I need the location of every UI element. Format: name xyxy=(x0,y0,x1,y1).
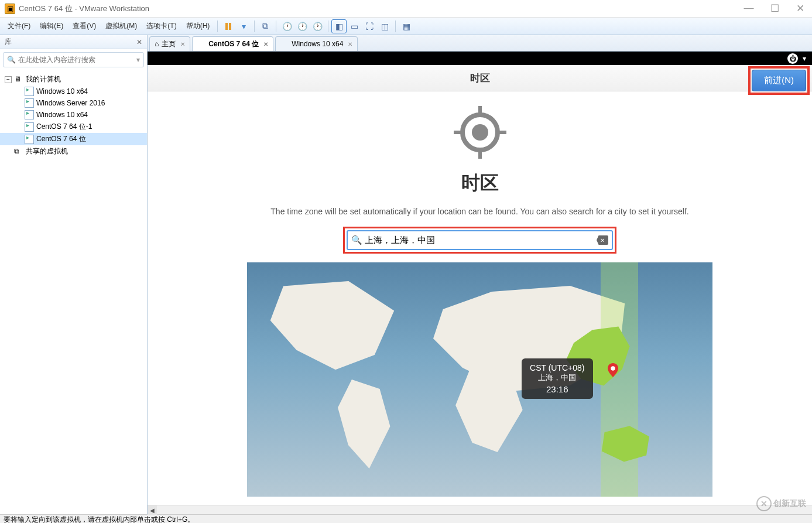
tree-item-vm[interactable]: Windows 10 x64 xyxy=(0,86,147,97)
window-title: CentOS 7 64 位 - VMware Workstation xyxy=(19,4,742,14)
tab-close-icon[interactable]: ✕ xyxy=(180,41,185,47)
tab-label: CentOS 7 64 位 xyxy=(208,39,259,49)
menubar: 文件(F) 编辑(E) 查看(V) 虚拟机(M) 选项卡(T) 帮助(H) ▾ … xyxy=(0,18,812,35)
vm-icon xyxy=(25,122,34,132)
minimize-button[interactable]: — xyxy=(742,2,756,15)
sidebar-search-input[interactable] xyxy=(18,56,136,64)
highlight-annotation: 前进(N) xyxy=(748,66,810,95)
search-icon: 🔍 xyxy=(351,235,362,245)
tab-label: Windows 10 x64 xyxy=(292,40,343,48)
world-map[interactable]: CST (UTC+08) 上海，中国 23:16 xyxy=(247,262,712,497)
menu-help[interactable]: 帮助(H) xyxy=(181,19,215,33)
gnome-header-title: 时区 xyxy=(470,71,490,85)
window-controls: — ☐ ✕ xyxy=(742,2,807,15)
tree-item-vm-selected[interactable]: CentOS 7 64 位 xyxy=(0,133,147,145)
tree-item-vm[interactable]: CentOS 7 64 位-1 xyxy=(0,121,147,133)
snapshot-revert-button[interactable]: 🕐 xyxy=(294,19,310,33)
sidebar-header: 库 ✕ xyxy=(0,35,147,49)
gnome-topbar: ⏻ ▾ xyxy=(148,52,812,65)
view-unity-button[interactable]: ◫ xyxy=(377,19,392,33)
search-dropdown-icon[interactable]: ▾ xyxy=(136,56,140,64)
tree-item-label: Windows 10 x64 xyxy=(36,111,88,119)
menu-tabs[interactable]: 选项卡(T) xyxy=(142,19,181,33)
vm-icon xyxy=(280,40,289,48)
search-icon: 🔍 xyxy=(7,56,16,64)
pause-button[interactable] xyxy=(221,19,236,33)
tooltip-tz: CST (UTC+08) xyxy=(530,363,584,372)
send-ctrl-alt-del-button[interactable]: ⧉ xyxy=(258,19,273,33)
maximize-button[interactable]: ☐ xyxy=(768,2,782,15)
sidebar-search[interactable]: 🔍 ▾ xyxy=(3,52,144,67)
shared-icon: ⧉ xyxy=(14,147,23,156)
tab-close-icon[interactable]: ✕ xyxy=(348,41,352,47)
vm-icon xyxy=(25,87,34,96)
tab-windows[interactable]: Windows 10 x64 ✕ xyxy=(275,36,358,51)
tab-label: 主页 xyxy=(162,39,176,49)
collapse-icon[interactable]: − xyxy=(5,76,12,83)
view-thumbnails-button[interactable]: ▦ xyxy=(399,19,414,33)
vm-icon xyxy=(25,110,34,119)
status-text: 要将输入定向到该虚拟机，请在虚拟机内部单击或按 Ctrl+G。 xyxy=(4,515,194,524)
tree-item-label: CentOS 7 64 位-1 xyxy=(36,122,92,132)
menu-vm[interactable]: 虚拟机(M) xyxy=(101,19,142,33)
vm-icon xyxy=(197,40,205,48)
highlight-annotation: 🔍 ✕ xyxy=(343,227,616,254)
close-button[interactable]: ✕ xyxy=(793,2,807,15)
page-heading: 时区 xyxy=(148,170,812,196)
home-icon: ⌂ xyxy=(155,40,159,48)
dropdown-icon[interactable]: ▾ xyxy=(803,54,806,63)
vm-icon xyxy=(25,98,34,108)
status-bar: 要将输入定向到该虚拟机，请在虚拟机内部单击或按 Ctrl+G。 xyxy=(0,514,812,523)
tree-item-label: Windows 10 x64 xyxy=(36,87,88,95)
menu-edit[interactable]: 编辑(E) xyxy=(35,19,68,33)
sidebar-title: 库 xyxy=(5,37,12,47)
vm-display[interactable]: ⏻ ▾ 时区 前进(N) 时区 The time zone will be se… xyxy=(148,52,812,505)
horizontal-scrollbar[interactable]: ◀ xyxy=(148,505,812,514)
content-area: ⌂ 主页 ✕ CentOS 7 64 位 ✕ Windows 10 x64 ✕ … xyxy=(148,35,812,514)
tab-centos[interactable]: CentOS 7 64 位 ✕ xyxy=(192,36,273,51)
tree-root-computer[interactable]: − 🖥 我的计算机 xyxy=(0,73,147,86)
tree-root-shared[interactable]: ⧉ 共享的虚拟机 xyxy=(0,145,147,158)
tree-root-label: 共享的虚拟机 xyxy=(26,146,68,156)
power-dropdown[interactable]: ▾ xyxy=(236,19,251,33)
tree-item-vm[interactable]: Windows Server 2016 xyxy=(0,97,147,109)
computer-icon: 🖥 xyxy=(14,75,23,84)
svg-point-1 xyxy=(472,124,488,141)
tooltip-location: 上海，中国 xyxy=(530,372,584,383)
accessibility-icon[interactable]: ⏻ xyxy=(787,53,798,64)
view-fullscreen-button[interactable]: ⛶ xyxy=(362,19,377,33)
next-button[interactable]: 前进(N) xyxy=(752,70,806,91)
library-tree: − 🖥 我的计算机 Windows 10 x64 Windows Server … xyxy=(0,70,147,514)
scroll-left-icon[interactable]: ◀ xyxy=(148,505,157,515)
watermark: ✕创新互联 xyxy=(756,496,806,511)
gnome-header: 时区 前进(N) xyxy=(148,65,812,91)
sidebar: 库 ✕ 🔍 ▾ − 🖥 我的计算机 Windows 10 x64 Windows… xyxy=(0,35,148,514)
tree-item-vm[interactable]: Windows 10 x64 xyxy=(0,109,147,121)
timezone-search-input[interactable] xyxy=(365,235,597,245)
tab-bar: ⌂ 主页 ✕ CentOS 7 64 位 ✕ Windows 10 x64 ✕ xyxy=(148,35,812,52)
snapshot-manager-button[interactable]: 🕐 xyxy=(310,19,325,33)
vm-running-icon xyxy=(25,135,34,144)
menu-view[interactable]: 查看(V) xyxy=(68,19,101,33)
location-target-icon xyxy=(451,103,509,162)
menu-file[interactable]: 文件(F) xyxy=(3,19,35,33)
snapshot-button[interactable]: 🕐 xyxy=(279,19,294,33)
svg-point-6 xyxy=(611,366,615,371)
tree-root-label: 我的计算机 xyxy=(26,74,61,84)
view-console-button[interactable]: ▭ xyxy=(347,19,362,33)
map-pin-icon xyxy=(608,363,615,374)
view-sidebar-button[interactable]: ◧ xyxy=(331,19,347,33)
app-icon: ▣ xyxy=(5,4,15,14)
sidebar-close-button[interactable]: ✕ xyxy=(136,38,142,46)
page-subtitle: The time zone will be set automatically … xyxy=(148,207,812,216)
tree-item-label: Windows Server 2016 xyxy=(36,99,105,107)
tooltip-time: 23:16 xyxy=(530,384,584,394)
tab-home[interactable]: ⌂ 主页 ✕ xyxy=(149,36,190,51)
window-titlebar: ▣ CentOS 7 64 位 - VMware Workstation — ☐… xyxy=(0,0,812,18)
gnome-body: 时区 The time zone will be set automatical… xyxy=(148,91,812,505)
tab-close-icon[interactable]: ✕ xyxy=(263,41,268,47)
timezone-search[interactable]: 🔍 ✕ xyxy=(347,230,613,250)
clear-button[interactable]: ✕ xyxy=(597,235,608,245)
tree-item-label: CentOS 7 64 位 xyxy=(36,134,86,144)
timezone-tooltip: CST (UTC+08) 上海，中国 23:16 xyxy=(522,358,592,399)
